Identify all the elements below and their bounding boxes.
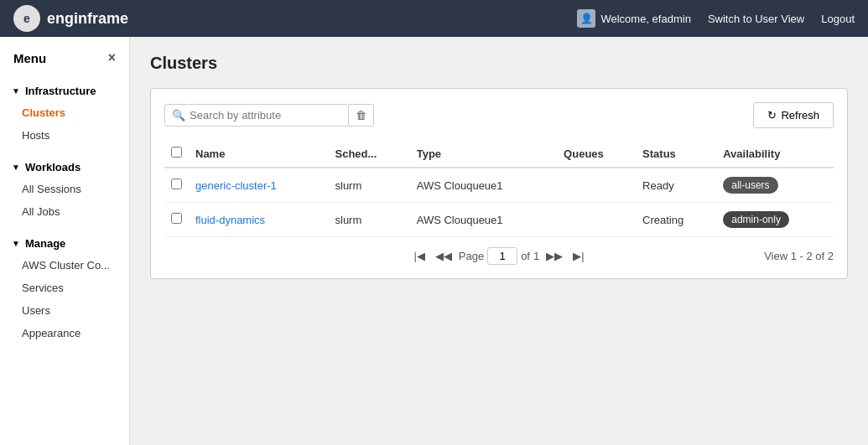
prev-page-button[interactable]: ◀◀ (432, 248, 455, 264)
sidebar-section-manage-header[interactable]: ▼ Manage (0, 233, 129, 254)
col-name: Name (189, 140, 329, 168)
row-availability-cell: all-users (716, 168, 834, 203)
topnav-right: 👤 Welcome, efadmin Switch to User View L… (577, 9, 855, 28)
main-layout: Menu × ▼ Infrastructure Clusters Hosts ▼… (0, 37, 868, 445)
row-name-cell: fluid-dynamics (189, 203, 329, 237)
col-queues: Queues (557, 140, 636, 168)
search-input[interactable] (190, 109, 341, 122)
sidebar-section-infrastructure-header[interactable]: ▼ Infrastructure (0, 80, 129, 101)
search-container: 🔍 🗑 (164, 104, 374, 127)
row-type-cell: AWS Clouqueue1 (410, 168, 557, 203)
main-content: Clusters 🔍 🗑 ↻ Refresh (130, 37, 868, 445)
page-title: Clusters (150, 54, 848, 73)
refresh-icon: ↻ (767, 109, 777, 122)
availability-badge: admin-only (723, 211, 789, 228)
sidebar-header: Menu × (0, 37, 129, 75)
search-box: 🔍 (164, 104, 349, 127)
next-page-button[interactable]: ▶▶ (543, 248, 566, 264)
page-label: Page (459, 250, 484, 262)
row-name-cell: generic-cluster-1 (189, 168, 329, 203)
infrastructure-label: Infrastructure (25, 85, 96, 97)
first-page-button[interactable]: |◀ (410, 248, 428, 264)
sidebar-close-button[interactable]: × (108, 50, 116, 65)
col-status: Status (636, 140, 716, 168)
pagination: |◀ ◀◀ Page of 1 ▶▶ ▶| View 1 - 2 of 2 (164, 247, 834, 265)
cluster-link[interactable]: fluid-dynamics (195, 214, 265, 226)
row-checkbox-cell (164, 203, 189, 237)
table-body: generic-cluster-1 slurm AWS Clouqueue1 R… (164, 168, 834, 237)
refresh-label: Refresh (781, 109, 819, 122)
row-checkbox[interactable] (171, 213, 182, 224)
sidebar-item-users[interactable]: Users (0, 299, 129, 322)
top-navigation: e enginframe 👤 Welcome, efadmin Switch t… (0, 0, 868, 37)
welcome-message: 👤 Welcome, efadmin (577, 9, 690, 28)
table-row: generic-cluster-1 slurm AWS Clouqueue1 R… (164, 168, 834, 203)
search-icon: 🔍 (172, 109, 185, 122)
sidebar-item-hosts[interactable]: Hosts (0, 124, 129, 147)
row-status-cell: Ready (636, 168, 716, 203)
last-page-button[interactable]: ▶| (569, 248, 587, 264)
row-checkbox[interactable] (171, 179, 182, 189)
logo: e enginframe (13, 5, 128, 32)
sidebar-section-workloads-header[interactable]: ▼ Workloads (0, 157, 129, 178)
sidebar-item-clusters[interactable]: Clusters (0, 101, 129, 124)
logout-link[interactable]: Logout (821, 13, 855, 25)
row-checkbox-cell (164, 168, 189, 203)
sidebar: Menu × ▼ Infrastructure Clusters Hosts ▼… (0, 37, 130, 445)
manage-label: Manage (25, 237, 65, 250)
row-type-cell: AWS Clouqueue1 (410, 203, 557, 237)
logo-icon: e (13, 5, 40, 32)
workloads-label: Workloads (25, 161, 81, 173)
infrastructure-arrow-icon: ▼ (12, 86, 20, 96)
sidebar-item-services[interactable]: Services (0, 277, 129, 299)
availability-badge: all-users (723, 177, 777, 194)
sidebar-item-aws-cluster-co[interactable]: AWS Cluster Co... (0, 254, 129, 277)
col-scheduler: Sched... (329, 140, 410, 168)
manage-arrow-icon: ▼ (12, 239, 20, 248)
sidebar-section-infrastructure: ▼ Infrastructure Clusters Hosts (0, 75, 129, 152)
row-queues-cell (557, 203, 636, 237)
clusters-table-card: 🔍 🗑 ↻ Refresh Name Sched... (150, 88, 848, 279)
switch-to-user-view-link[interactable]: Switch to User View (708, 13, 804, 25)
cluster-link[interactable]: generic-cluster-1 (195, 179, 277, 192)
col-availability: Availability (716, 140, 834, 168)
sidebar-section-manage: ▼ Manage AWS Cluster Co... Services User… (0, 228, 129, 349)
col-checkbox (164, 140, 189, 168)
welcome-text: Welcome, efadmin (600, 13, 690, 25)
sidebar-item-all-sessions[interactable]: All Sessions (0, 178, 129, 200)
toolbar: 🔍 🗑 ↻ Refresh (164, 102, 834, 128)
clusters-table: Name Sched... Type Queues Status Availab… (164, 140, 834, 237)
table-header: Name Sched... Type Queues Status Availab… (164, 140, 834, 168)
table-row: fluid-dynamics slurm AWS Clouqueue1 Crea… (164, 203, 834, 237)
of-label: of (521, 250, 530, 262)
row-status-cell: Creating (636, 203, 716, 237)
refresh-button[interactable]: ↻ Refresh (753, 102, 834, 128)
row-scheduler-cell: slurm (329, 203, 410, 237)
row-queues-cell (557, 168, 636, 203)
menu-label: Menu (13, 51, 46, 65)
workloads-arrow-icon: ▼ (12, 163, 20, 172)
col-type: Type (410, 140, 557, 168)
row-scheduler-cell: slurm (329, 168, 410, 203)
logo-text: enginframe (47, 10, 128, 28)
sidebar-item-all-jobs[interactable]: All Jobs (0, 200, 129, 223)
sidebar-section-workloads: ▼ Workloads All Sessions All Jobs (0, 152, 129, 228)
total-pages: 1 (533, 250, 539, 262)
row-availability-cell: admin-only (716, 203, 834, 237)
select-all-checkbox[interactable] (171, 147, 182, 158)
user-avatar-icon: 👤 (577, 9, 595, 28)
sidebar-item-appearance[interactable]: Appearance (0, 322, 129, 344)
page-input[interactable] (487, 247, 517, 265)
view-count: View 1 - 2 of 2 (764, 250, 834, 262)
delete-filter-button[interactable]: 🗑 (349, 104, 374, 127)
